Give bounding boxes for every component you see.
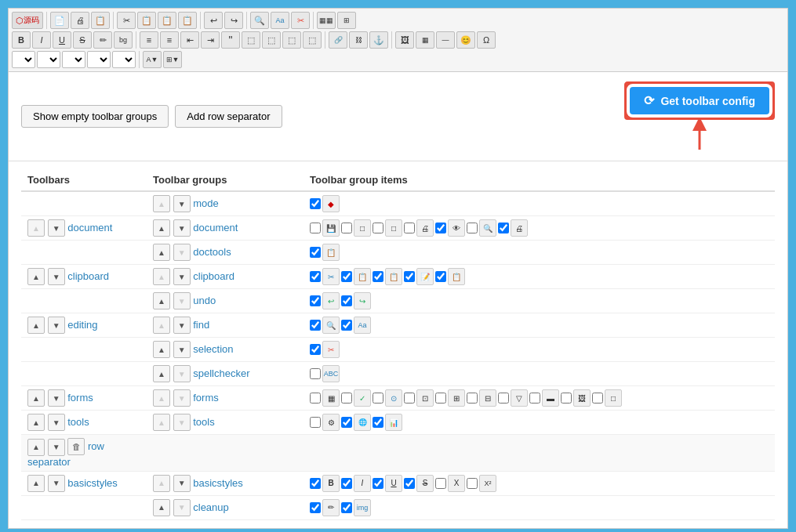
item-checkbox[interactable] bbox=[310, 271, 321, 282]
ul-btn[interactable]: ≡ bbox=[160, 31, 179, 49]
item-checkbox[interactable] bbox=[561, 393, 572, 404]
item-checkbox[interactable] bbox=[341, 271, 352, 282]
toolbar-name-label[interactable]: document bbox=[67, 222, 112, 233]
item-checkbox[interactable] bbox=[341, 223, 352, 233]
group-down-btn[interactable]: ▼ bbox=[173, 317, 191, 334]
group-name-label[interactable]: cleanup bbox=[193, 501, 229, 512]
item-checkbox[interactable] bbox=[341, 393, 352, 404]
group-up-btn[interactable]: ▲ bbox=[153, 195, 170, 212]
item-checkbox[interactable] bbox=[467, 478, 478, 489]
align-center-btn[interactable]: ⬚ bbox=[262, 31, 281, 49]
unlink-btn[interactable]: ⛓ bbox=[349, 31, 368, 49]
group-up-btn[interactable]: ▲ bbox=[153, 341, 170, 358]
item-checkbox[interactable] bbox=[404, 271, 415, 282]
find2-btn[interactable]: Aa bbox=[271, 12, 289, 29]
toolbar-down-btn[interactable]: ▼ bbox=[48, 219, 65, 237]
img-btn[interactable]: 🖼 bbox=[395, 31, 414, 49]
item-checkbox[interactable] bbox=[373, 417, 383, 428]
link-btn[interactable]: 🔗 bbox=[329, 31, 347, 49]
special-btn[interactable]: Ω bbox=[477, 31, 496, 49]
color-btn[interactable]: ✏ bbox=[93, 31, 112, 49]
item-checkbox[interactable] bbox=[404, 223, 415, 233]
item-checkbox[interactable] bbox=[498, 393, 509, 404]
item-checkbox[interactable] bbox=[310, 198, 321, 209]
ol-btn[interactable]: ≡ bbox=[140, 31, 158, 49]
group-name-label[interactable]: forms bbox=[193, 392, 219, 404]
group-down-btn[interactable]: ▼ bbox=[173, 292, 191, 309]
group-up-btn[interactable]: ▲ bbox=[153, 268, 170, 285]
item-checkbox[interactable] bbox=[310, 223, 321, 233]
item-checkbox[interactable] bbox=[341, 478, 352, 489]
item-checkbox[interactable] bbox=[341, 502, 352, 513]
align-justify-btn[interactable]: ⬚ bbox=[303, 31, 322, 49]
group-down-btn[interactable]: ▼ bbox=[173, 499, 191, 516]
item-checkbox[interactable] bbox=[467, 223, 478, 233]
group-down-btn[interactable]: ▼ bbox=[173, 365, 191, 382]
select-btn[interactable]: ✂ bbox=[291, 12, 310, 29]
item-checkbox[interactable] bbox=[373, 271, 383, 282]
group-down-btn[interactable]: ▼ bbox=[173, 389, 191, 407]
group-down-btn[interactable]: ▼ bbox=[173, 414, 191, 431]
group-up-btn[interactable]: ▲ bbox=[153, 414, 170, 431]
item-checkbox[interactable] bbox=[310, 417, 321, 428]
lineheight-select[interactable]: Line Hei... bbox=[112, 51, 136, 68]
group-name-label[interactable]: clipboard bbox=[193, 270, 234, 282]
table2-btn[interactable]: ⊞ bbox=[337, 12, 356, 29]
align-left-btn[interactable]: ⬚ bbox=[242, 31, 260, 49]
paste-btn[interactable]: 📋 bbox=[137, 12, 156, 29]
group-up-btn[interactable]: ▲ bbox=[153, 475, 170, 492]
color2-btn[interactable]: A▼ bbox=[143, 51, 162, 68]
item-checkbox[interactable] bbox=[341, 295, 352, 306]
group-name-label[interactable]: doctools bbox=[193, 246, 231, 258]
add-row-separator-btn[interactable]: Add row separator bbox=[175, 105, 282, 128]
toolbar-down-btn[interactable]: ▼ bbox=[48, 475, 65, 492]
group-name-label[interactable]: mode bbox=[193, 197, 219, 209]
item-checkbox[interactable] bbox=[529, 393, 540, 404]
group-down-btn[interactable]: ▼ bbox=[173, 244, 191, 261]
group-up-btn[interactable]: ▲ bbox=[153, 499, 170, 516]
group-name-label[interactable]: undo bbox=[193, 295, 216, 306]
toolbar-down-btn[interactable]: ▼ bbox=[48, 439, 65, 456]
toolbar-name-label[interactable]: forms bbox=[67, 392, 93, 404]
indent-btn[interactable]: ⇥ bbox=[201, 31, 220, 49]
toolbar-down-btn[interactable]: ▼ bbox=[48, 268, 65, 285]
group-down-btn[interactable]: ▼ bbox=[173, 195, 191, 212]
smiley-btn[interactable]: 😊 bbox=[456, 31, 475, 49]
group-name-label[interactable]: document bbox=[193, 222, 238, 233]
table4-btn[interactable]: ⊞▼ bbox=[163, 51, 182, 68]
cut-btn[interactable]: ✂ bbox=[117, 12, 136, 29]
hr-btn[interactable]: — bbox=[436, 31, 455, 49]
item-checkbox[interactable] bbox=[404, 478, 415, 489]
undo-btn[interactable]: ↩ bbox=[204, 12, 223, 29]
toolbar-name-label[interactable]: editing bbox=[67, 319, 97, 331]
toolbar-up-btn[interactable]: ▲ bbox=[27, 268, 45, 285]
size-select[interactable]: 大小 bbox=[87, 51, 111, 68]
redo-btn[interactable]: ↪ bbox=[224, 12, 243, 29]
item-checkbox[interactable] bbox=[310, 320, 321, 331]
quote-btn[interactable]: " bbox=[221, 31, 240, 49]
item-checkbox[interactable] bbox=[592, 393, 603, 404]
item-checkbox[interactable] bbox=[341, 320, 352, 331]
toolbar-name-label[interactable]: clipboard bbox=[67, 270, 109, 282]
group-down-btn[interactable]: ▼ bbox=[173, 219, 191, 237]
table-btn[interactable]: ▦▦ bbox=[317, 12, 336, 29]
paste3-btn[interactable]: 📋 bbox=[178, 12, 197, 29]
group-up-btn[interactable]: ▲ bbox=[153, 244, 170, 261]
toolbar-down-btn[interactable]: ▼ bbox=[48, 414, 65, 431]
group-name-label[interactable]: find bbox=[193, 319, 209, 331]
group-name-label[interactable]: selection bbox=[193, 343, 233, 355]
item-checkbox[interactable] bbox=[467, 393, 478, 404]
copy-btn[interactable]: 📋 bbox=[91, 12, 110, 29]
item-checkbox[interactable] bbox=[310, 368, 321, 379]
item-checkbox[interactable] bbox=[310, 478, 321, 489]
format-select[interactable]: 格式 bbox=[37, 51, 60, 68]
anchor-btn[interactable]: ⚓ bbox=[369, 31, 388, 49]
trash-btn[interactable]: 🗑 bbox=[67, 438, 85, 455]
doc-btn[interactable]: 📄 bbox=[50, 12, 69, 29]
item-checkbox[interactable] bbox=[310, 247, 321, 258]
group-name-label[interactable]: spellchecker bbox=[193, 367, 249, 379]
group-up-btn[interactable]: ▲ bbox=[153, 317, 170, 334]
outdent-btn[interactable]: ⇤ bbox=[180, 31, 199, 49]
toolbar-down-btn[interactable]: ▼ bbox=[48, 389, 65, 407]
item-checkbox[interactable] bbox=[310, 295, 321, 306]
